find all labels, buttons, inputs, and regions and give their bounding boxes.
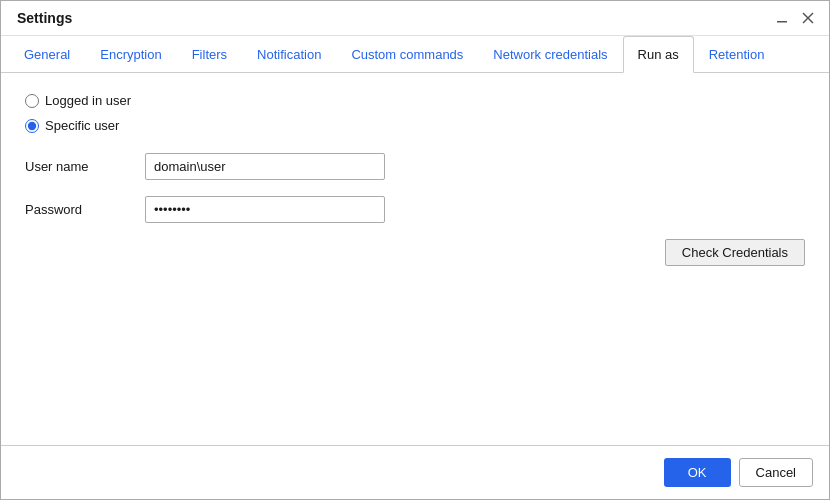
password-row: Password bbox=[25, 196, 805, 223]
ok-button[interactable]: OK bbox=[664, 458, 731, 487]
tab-content: Logged in user Specific user User name P… bbox=[1, 73, 829, 445]
title-bar: Settings bbox=[1, 1, 829, 36]
dialog-title: Settings bbox=[17, 10, 72, 26]
tab-run-as[interactable]: Run as bbox=[623, 36, 694, 73]
dialog-footer: OK Cancel bbox=[1, 445, 829, 499]
password-input[interactable] bbox=[145, 196, 385, 223]
tab-general[interactable]: General bbox=[9, 36, 85, 73]
radio-logged-in-user[interactable]: Logged in user bbox=[25, 93, 805, 108]
password-label: Password bbox=[25, 202, 145, 217]
username-input[interactable] bbox=[145, 153, 385, 180]
check-credentials-row: Check Credentials bbox=[145, 239, 805, 266]
tab-filters[interactable]: Filters bbox=[177, 36, 242, 73]
tab-custom-commands[interactable]: Custom commands bbox=[336, 36, 478, 73]
tab-notification[interactable]: Notification bbox=[242, 36, 336, 73]
tab-bar: General Encryption Filters Notification … bbox=[1, 36, 829, 73]
tab-retention[interactable]: Retention bbox=[694, 36, 780, 73]
radio-specific-label: Specific user bbox=[45, 118, 119, 133]
radio-logged-in-input[interactable] bbox=[25, 94, 39, 108]
tab-network-credentials[interactable]: Network credentials bbox=[478, 36, 622, 73]
radio-specific-input[interactable] bbox=[25, 119, 39, 133]
radio-logged-in-label: Logged in user bbox=[45, 93, 131, 108]
username-label: User name bbox=[25, 159, 145, 174]
check-credentials-button[interactable]: Check Credentials bbox=[665, 239, 805, 266]
radio-specific-user[interactable]: Specific user bbox=[25, 118, 805, 133]
radio-group: Logged in user Specific user bbox=[25, 93, 805, 133]
tab-encryption[interactable]: Encryption bbox=[85, 36, 176, 73]
svg-rect-0 bbox=[777, 21, 787, 23]
credentials-form: User name Password Check Credentials bbox=[25, 153, 805, 266]
window-controls bbox=[773, 9, 817, 27]
minimize-button[interactable] bbox=[773, 9, 791, 27]
username-row: User name bbox=[25, 153, 805, 180]
cancel-button[interactable]: Cancel bbox=[739, 458, 813, 487]
close-button[interactable] bbox=[799, 9, 817, 27]
